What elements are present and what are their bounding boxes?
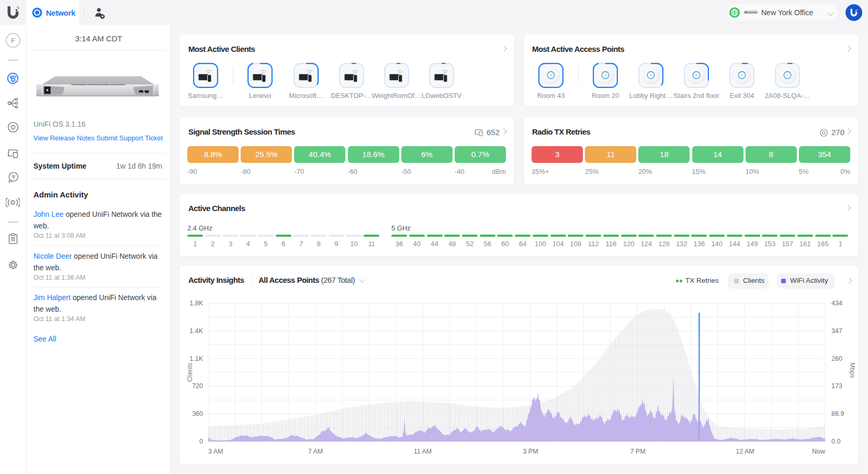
svg-text:3 PM: 3 PM [523, 448, 538, 455]
svg-text:434: 434 [831, 300, 842, 307]
svg-text:1.8K: 1.8K [189, 300, 203, 307]
svg-text:1.1K: 1.1K [189, 355, 203, 362]
svg-text:1.4K: 1.4K [189, 327, 203, 335]
svg-text:7 PM: 7 PM [630, 448, 645, 455]
svg-text:347: 347 [831, 327, 842, 335]
svg-text:0: 0 [199, 438, 203, 445]
svg-text:720: 720 [192, 382, 203, 390]
svg-text:11 AM: 11 AM [414, 448, 432, 455]
svg-text:360: 360 [192, 410, 203, 417]
svg-text:0.0: 0.0 [831, 438, 840, 445]
svg-text:260: 260 [831, 355, 842, 362]
svg-text:12 AM: 12 AM [736, 448, 754, 455]
svg-text:173: 173 [831, 382, 842, 390]
svg-text:Mbps: Mbps [849, 362, 856, 378]
svg-text:F: F [11, 37, 15, 45]
svg-text:Clients: Clients [186, 363, 194, 382]
svg-text:Now: Now [812, 448, 826, 455]
svg-text:7 AM: 7 AM [308, 448, 323, 455]
svg-text:86.9: 86.9 [831, 410, 844, 417]
svg-text:3 AM: 3 AM [208, 448, 223, 455]
